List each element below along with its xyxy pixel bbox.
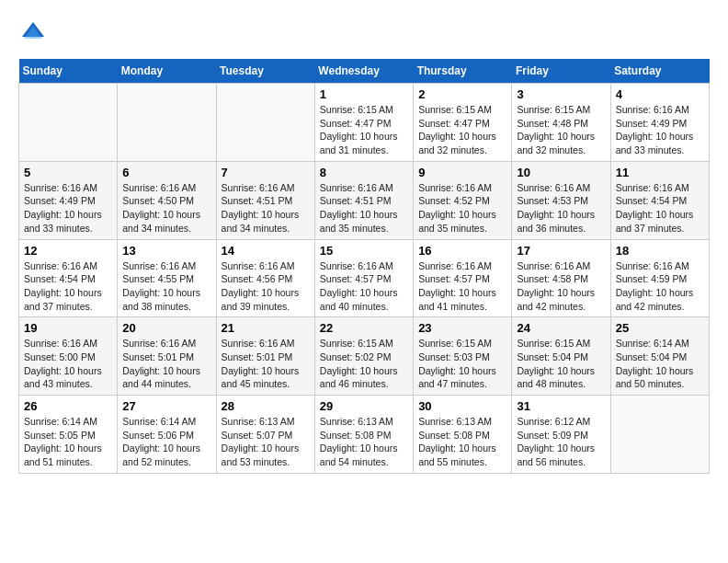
calendar-cell (610, 396, 709, 474)
calendar-cell: 31Sunrise: 6:12 AM Sunset: 5:09 PM Dayli… (512, 396, 610, 474)
calendar-cell: 30Sunrise: 6:13 AM Sunset: 5:08 PM Dayli… (414, 396, 512, 474)
day-info: Sunrise: 6:15 AM Sunset: 5:03 PM Dayligh… (418, 337, 506, 391)
day-info: Sunrise: 6:16 AM Sunset: 5:00 PM Dayligh… (24, 337, 112, 391)
calendar-cell: 1Sunrise: 6:15 AM Sunset: 4:47 PM Daylig… (314, 84, 413, 162)
day-number: 7 (222, 166, 310, 179)
calendar-cell: 27Sunrise: 6:14 AM Sunset: 5:06 PM Dayli… (118, 396, 216, 474)
calendar-cell: 14Sunrise: 6:16 AM Sunset: 4:56 PM Dayli… (216, 239, 314, 317)
week-row-2: 5Sunrise: 6:16 AM Sunset: 4:49 PM Daylig… (19, 161, 710, 239)
day-info: Sunrise: 6:16 AM Sunset: 4:59 PM Dayligh… (616, 259, 704, 314)
day-info: Sunrise: 6:15 AM Sunset: 5:04 PM Dayligh… (517, 337, 605, 391)
calendar-cell: 9Sunrise: 6:16 AM Sunset: 4:52 PM Daylig… (414, 161, 512, 239)
calendar-cell: 13Sunrise: 6:16 AM Sunset: 4:55 PM Dayli… (118, 239, 216, 317)
day-info: Sunrise: 6:16 AM Sunset: 4:54 PM Dayligh… (616, 181, 704, 236)
day-info: Sunrise: 6:15 AM Sunset: 5:02 PM Dayligh… (320, 337, 408, 391)
day-number: 28 (222, 399, 310, 413)
day-info: Sunrise: 6:15 AM Sunset: 4:47 PM Dayligh… (418, 103, 506, 157)
day-number: 23 (418, 321, 506, 335)
calendar-cell: 28Sunrise: 6:13 AM Sunset: 5:07 PM Dayli… (216, 396, 314, 474)
calendar-cell: 18Sunrise: 6:16 AM Sunset: 4:59 PM Dayli… (610, 239, 709, 317)
day-number: 14 (222, 244, 310, 258)
logo (18, 18, 46, 44)
day-info: Sunrise: 6:15 AM Sunset: 4:47 PM Dayligh… (320, 103, 408, 157)
day-info: Sunrise: 6:16 AM Sunset: 5:01 PM Dayligh… (222, 337, 310, 391)
day-info: Sunrise: 6:16 AM Sunset: 4:58 PM Dayligh… (517, 259, 605, 314)
day-info: Sunrise: 6:12 AM Sunset: 5:09 PM Dayligh… (517, 415, 605, 469)
calendar-cell: 23Sunrise: 6:15 AM Sunset: 5:03 PM Dayli… (414, 317, 512, 396)
day-header-sunday: Sunday (19, 59, 118, 84)
calendar-cell: 20Sunrise: 6:16 AM Sunset: 5:01 PM Dayli… (118, 317, 216, 396)
day-number: 31 (517, 399, 605, 413)
day-info: Sunrise: 6:16 AM Sunset: 4:49 PM Dayligh… (24, 181, 112, 236)
days-header-row: SundayMondayTuesdayWednesdayThursdayFrid… (19, 59, 710, 84)
day-info: Sunrise: 6:16 AM Sunset: 4:49 PM Dayligh… (616, 103, 704, 157)
day-number: 26 (24, 399, 112, 413)
calendar-cell: 10Sunrise: 6:16 AM Sunset: 4:53 PM Dayli… (512, 161, 610, 239)
day-number: 22 (320, 321, 408, 335)
day-info: Sunrise: 6:16 AM Sunset: 4:57 PM Dayligh… (418, 259, 506, 314)
calendar-cell: 6Sunrise: 6:16 AM Sunset: 4:50 PM Daylig… (118, 161, 216, 239)
calendar-cell: 4Sunrise: 6:16 AM Sunset: 4:49 PM Daylig… (610, 84, 709, 162)
day-info: Sunrise: 6:16 AM Sunset: 4:51 PM Dayligh… (222, 181, 310, 236)
day-number: 21 (222, 321, 310, 335)
calendar-cell: 12Sunrise: 6:16 AM Sunset: 4:54 PM Dayli… (19, 239, 118, 317)
day-info: Sunrise: 6:16 AM Sunset: 4:52 PM Dayligh… (418, 181, 506, 236)
day-info: Sunrise: 6:15 AM Sunset: 4:48 PM Dayligh… (517, 103, 605, 157)
day-number: 9 (418, 166, 506, 179)
day-number: 30 (418, 399, 506, 413)
calendar-cell: 17Sunrise: 6:16 AM Sunset: 4:58 PM Dayli… (512, 239, 610, 317)
day-number: 11 (616, 166, 704, 179)
calendar-cell (118, 84, 216, 162)
calendar-cell: 26Sunrise: 6:14 AM Sunset: 5:05 PM Dayli… (19, 396, 118, 474)
day-header-tuesday: Tuesday (216, 59, 314, 84)
day-number: 1 (320, 87, 408, 101)
day-number: 6 (122, 166, 210, 179)
calendar-cell: 16Sunrise: 6:16 AM Sunset: 4:57 PM Dayli… (414, 239, 512, 317)
day-info: Sunrise: 6:13 AM Sunset: 5:07 PM Dayligh… (222, 415, 310, 469)
day-info: Sunrise: 6:16 AM Sunset: 4:55 PM Dayligh… (122, 259, 210, 314)
day-info: Sunrise: 6:13 AM Sunset: 5:08 PM Dayligh… (418, 415, 506, 469)
day-number: 17 (517, 244, 605, 258)
day-info: Sunrise: 6:16 AM Sunset: 4:54 PM Dayligh… (24, 259, 112, 314)
day-number: 18 (616, 244, 704, 258)
calendar-cell: 15Sunrise: 6:16 AM Sunset: 4:57 PM Dayli… (314, 239, 413, 317)
calendar-cell: 3Sunrise: 6:15 AM Sunset: 4:48 PM Daylig… (512, 84, 610, 162)
day-info: Sunrise: 6:13 AM Sunset: 5:08 PM Dayligh… (320, 415, 408, 469)
day-number: 19 (24, 321, 112, 335)
calendar-cell: 5Sunrise: 6:16 AM Sunset: 4:49 PM Daylig… (19, 161, 118, 239)
calendar-cell: 2Sunrise: 6:15 AM Sunset: 4:47 PM Daylig… (414, 84, 512, 162)
day-info: Sunrise: 6:14 AM Sunset: 5:06 PM Dayligh… (122, 415, 210, 469)
calendar-cell: 7Sunrise: 6:16 AM Sunset: 4:51 PM Daylig… (216, 161, 314, 239)
logo-icon (20, 18, 46, 44)
week-row-5: 26Sunrise: 6:14 AM Sunset: 5:05 PM Dayli… (19, 396, 710, 474)
day-number: 8 (320, 166, 408, 179)
page-header (18, 18, 710, 44)
calendar-cell (19, 84, 118, 162)
day-number: 16 (418, 244, 506, 258)
day-info: Sunrise: 6:16 AM Sunset: 5:01 PM Dayligh… (122, 337, 210, 391)
day-number: 10 (517, 166, 605, 179)
day-number: 13 (122, 244, 210, 258)
calendar-cell: 21Sunrise: 6:16 AM Sunset: 5:01 PM Dayli… (216, 317, 314, 396)
calendar-cell: 24Sunrise: 6:15 AM Sunset: 5:04 PM Dayli… (512, 317, 610, 396)
day-number: 29 (320, 399, 408, 413)
calendar-cell: 19Sunrise: 6:16 AM Sunset: 5:00 PM Dayli… (19, 317, 118, 396)
calendar-cell: 8Sunrise: 6:16 AM Sunset: 4:51 PM Daylig… (314, 161, 413, 239)
day-number: 2 (418, 87, 506, 101)
calendar-cell: 25Sunrise: 6:14 AM Sunset: 5:04 PM Dayli… (610, 317, 709, 396)
calendar-cell: 11Sunrise: 6:16 AM Sunset: 4:54 PM Dayli… (610, 161, 709, 239)
calendar-cell: 22Sunrise: 6:15 AM Sunset: 5:02 PM Dayli… (314, 317, 413, 396)
day-header-saturday: Saturday (610, 59, 709, 84)
week-row-3: 12Sunrise: 6:16 AM Sunset: 4:54 PM Dayli… (19, 239, 710, 317)
day-header-monday: Monday (118, 59, 216, 84)
day-number: 27 (122, 399, 210, 413)
day-number: 4 (616, 87, 704, 101)
day-info: Sunrise: 6:16 AM Sunset: 4:53 PM Dayligh… (517, 181, 605, 236)
day-info: Sunrise: 6:14 AM Sunset: 5:05 PM Dayligh… (24, 415, 112, 469)
week-row-4: 19Sunrise: 6:16 AM Sunset: 5:00 PM Dayli… (19, 317, 710, 396)
day-number: 3 (517, 87, 605, 101)
day-header-friday: Friday (512, 59, 610, 84)
day-info: Sunrise: 6:14 AM Sunset: 5:04 PM Dayligh… (616, 337, 704, 391)
day-header-wednesday: Wednesday (314, 59, 413, 84)
day-number: 24 (517, 321, 605, 335)
